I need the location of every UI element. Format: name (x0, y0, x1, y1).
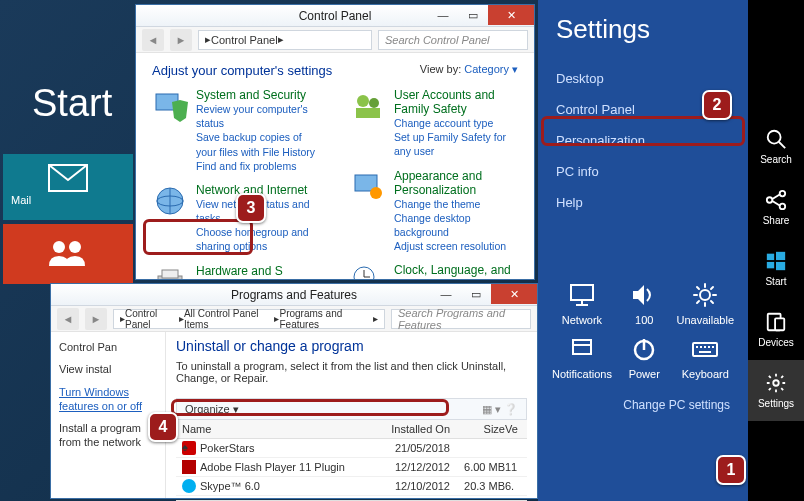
organize-button[interactable]: Organize ▾ (185, 403, 239, 416)
pf-toolbar: Organize ▾ ▦ ▾ ❔ (176, 398, 527, 420)
cat-network[interactable]: Network and Internet View network status… (152, 183, 320, 254)
hdr-v[interactable]: Ve (505, 423, 521, 435)
svg-rect-15 (775, 318, 784, 330)
maximize-button[interactable]: ▭ (458, 5, 488, 25)
pf-breadcrumb[interactable]: ▸ Control Panel ▸ All Control Panel Item… (113, 309, 385, 329)
svg-point-1 (53, 241, 65, 253)
sidebar-windows-features[interactable]: Turn Windows features on or off (59, 385, 157, 414)
cat-hardware[interactable]: Hardware and S View devices and p Add a … (152, 264, 320, 279)
svg-rect-12 (767, 262, 774, 268)
users-icon (350, 88, 386, 124)
settings-item-pcinfo[interactable]: PC info (538, 156, 748, 187)
close-button[interactable]: ✕ (491, 284, 537, 304)
quick-keyboard[interactable]: Keyboard (677, 336, 734, 380)
quick-notifications-label: Notifications (552, 368, 612, 380)
cat-user-accounts[interactable]: User Accounts and Family Safety Change a… (350, 88, 518, 159)
quick-power[interactable]: Power (622, 336, 667, 380)
table-row[interactable]: ♠PokerStars 21/05/2018 (176, 439, 527, 458)
skype-icon (182, 479, 196, 493)
svg-point-3 (768, 131, 781, 144)
monitor-paint-icon (350, 169, 386, 205)
cp-titlebar[interactable]: Control Panel — ▭ ✕ (136, 5, 534, 27)
settings-item-help[interactable]: Help (538, 187, 748, 218)
pf-sidebar: Control Pan View instal Turn Windows fea… (51, 332, 166, 498)
sidebar-updates[interactable]: View instal (59, 362, 157, 376)
cp-heading: Adjust your computer's settings (152, 63, 332, 78)
minimize-button[interactable]: — (428, 5, 458, 25)
svg-line-26 (711, 301, 713, 303)
cp-search-input[interactable]: Search Control Panel (378, 30, 528, 50)
svg-line-25 (697, 287, 699, 289)
svg-point-5 (767, 197, 773, 203)
table-row[interactable]: Adobe Flash Player 11 Plugin 12/12/2012 … (176, 458, 527, 477)
pokerstars-icon: ♠ (182, 441, 196, 455)
globe-icon (152, 183, 188, 219)
cat-system-security[interactable]: System and Security Review your computer… (152, 88, 320, 173)
start-label: Start (32, 82, 112, 125)
minimize-button[interactable]: — (431, 284, 461, 304)
shield-monitor-icon (152, 88, 188, 124)
settings-item-control-panel[interactable]: Control Panel (538, 94, 748, 125)
hdr-size[interactable]: Size (450, 423, 505, 435)
control-panel-window: Control Panel — ▭ ✕ ◄ ► ▸ Control Panel … (135, 4, 535, 280)
close-button[interactable]: ✕ (488, 5, 534, 25)
pf-search-input[interactable]: Search Programs and Features (391, 309, 531, 329)
charms-bar: Search Share Start Devices Settings (748, 0, 804, 501)
pf-list-header: Name Installed On Size Ve (176, 420, 527, 439)
nav-back[interactable]: ◄ (57, 308, 79, 330)
svg-point-20 (700, 290, 710, 300)
tile-mail-label: Mail (3, 192, 133, 208)
maximize-button[interactable]: ▭ (461, 284, 491, 304)
sidebar-network-install[interactable]: Install a program from the network (59, 421, 157, 450)
cp-viewby[interactable]: View by: Category ▾ (420, 63, 518, 78)
svg-point-51 (370, 187, 382, 199)
charm-settings[interactable]: Settings (748, 360, 804, 421)
quick-notifications[interactable]: Notifications (552, 336, 612, 380)
tile-mail[interactable]: Mail (3, 154, 133, 220)
svg-point-48 (369, 98, 379, 108)
clock-globe-icon (350, 263, 386, 279)
nav-forward[interactable]: ► (85, 308, 107, 330)
cat-appearance[interactable]: Appearance and Personalization Change th… (350, 169, 518, 254)
quick-keyboard-label: Keyboard (682, 368, 729, 380)
svg-line-28 (711, 287, 713, 289)
cp-breadcrumb[interactable]: ▸ Control Panel ▸ (198, 30, 372, 50)
settings-item-personalization[interactable]: Personalization (538, 125, 748, 156)
svg-rect-10 (767, 254, 774, 260)
svg-rect-17 (571, 285, 593, 300)
svg-point-7 (780, 204, 786, 210)
charm-settings-label: Settings (758, 398, 794, 409)
flash-icon (182, 460, 196, 474)
cat-clock[interactable]: Clock, Language, and Region Add a langua… (350, 263, 518, 279)
charm-devices-label: Devices (758, 337, 794, 348)
hdr-name[interactable]: Name (182, 423, 370, 435)
nav-back[interactable]: ◄ (142, 29, 164, 51)
charm-search[interactable]: Search (748, 116, 804, 177)
svg-line-27 (697, 301, 699, 303)
svg-rect-45 (162, 270, 178, 278)
svg-line-9 (772, 201, 779, 206)
svg-rect-29 (573, 340, 591, 354)
svg-point-6 (780, 191, 786, 197)
svg-point-16 (773, 380, 779, 386)
charm-devices[interactable]: Devices (748, 299, 804, 360)
table-row[interactable]: Skype™ 6.0 12/10/2012 20.3 MB 6. (176, 477, 527, 496)
charm-start[interactable]: Start (748, 238, 804, 299)
cp-address-bar: ◄ ► ▸ Control Panel ▸ Search Control Pan… (136, 27, 534, 53)
quick-brightness[interactable]: Unavailable (677, 282, 734, 326)
settings-item-desktop[interactable]: Desktop (538, 63, 748, 94)
pf-titlebar[interactable]: Programs and Features — ▭ ✕ (51, 284, 537, 306)
sidebar-home[interactable]: Control Pan (59, 340, 157, 354)
change-pc-settings-link[interactable]: Change PC settings (538, 390, 748, 420)
nav-forward[interactable]: ► (170, 29, 192, 51)
svg-rect-11 (776, 252, 785, 260)
settings-title: Settings (538, 0, 748, 63)
charm-share[interactable]: Share (748, 177, 804, 238)
quick-network[interactable]: Network (552, 282, 612, 326)
printer-icon (152, 264, 188, 279)
pf-heading: Uninstall or change a program (176, 338, 527, 354)
hdr-date[interactable]: Installed On (370, 423, 450, 435)
programs-features-window: Programs and Features — ▭ ✕ ◄ ► ▸ Contro… (50, 283, 538, 499)
tile-people[interactable] (3, 224, 133, 284)
quick-volume[interactable]: 100 (622, 282, 667, 326)
